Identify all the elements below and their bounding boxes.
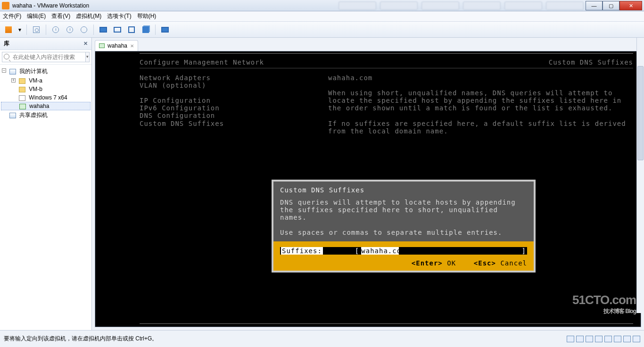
device-icon[interactable] [614, 336, 621, 342]
vm-running-icon [19, 104, 26, 109]
device-icon[interactable] [576, 336, 584, 342]
window-titlebar: wahaha - VMware Workstation — ▢ ✕ [0, 0, 644, 11]
tab-label: wahaha [107, 42, 127, 49]
menu-view[interactable]: 查看(V) [51, 12, 70, 20]
tree-item-win7[interactable]: Windows 7 x64 [1, 93, 91, 102]
vm-icon [19, 95, 25, 101]
device-icon[interactable] [567, 336, 574, 342]
tree-label: VM-b [29, 86, 42, 92]
device-icon[interactable] [595, 336, 603, 342]
tab-close-button[interactable]: ✕ [130, 43, 134, 49]
statusbar-device-icons [567, 336, 640, 342]
menu-edit[interactable]: 编辑(E) [27, 12, 46, 20]
esxi-menu-item: Network Adapters [140, 74, 309, 82]
search-icon [4, 54, 9, 59]
device-icon[interactable] [586, 336, 593, 342]
content-area: wahaha ✕ Configure Management Network Cu… [92, 38, 644, 330]
tab-wahaha[interactable]: wahaha ✕ [95, 40, 138, 51]
esxi-info-text: When using short, unqualified names, DNS… [328, 89, 633, 112]
monitor-icon [99, 27, 107, 33]
scrollbar-thumb[interactable] [637, 66, 644, 160]
search-dropdown[interactable]: ▾ [86, 52, 90, 62]
menu-help[interactable]: 帮助(H) [137, 12, 157, 20]
power-dropdown[interactable]: ▾ [17, 24, 23, 35]
thumbnail-icon [114, 27, 121, 33]
tree-item-vmb[interactable]: VM-b [1, 85, 91, 93]
computer-icon [9, 113, 16, 118]
pause-icon [5, 26, 12, 33]
device-icon[interactable] [623, 336, 631, 342]
gear-icon [81, 26, 87, 33]
search-input[interactable] [2, 52, 86, 62]
menu-vm[interactable]: 虚拟机(M) [76, 12, 101, 20]
menu-tabs[interactable]: 选项卡(T) [107, 12, 131, 20]
clock-icon [52, 26, 59, 33]
sidebar-title: 库 [4, 40, 9, 48]
esxi-menu-item: IPv6 Configuration [140, 104, 309, 112]
menu-file[interactable]: 文件(F) [3, 12, 21, 20]
sidebar-close-button[interactable]: ✕ [83, 41, 88, 47]
snapshot-manager-button[interactable] [78, 24, 90, 35]
dialog-title: Custom DNS Suffixes [280, 186, 527, 194]
background-tab [463, 1, 501, 10]
stretch-button[interactable] [126, 24, 137, 35]
esxi-menu-item: VLAN (optional) [140, 82, 309, 89]
vm-console[interactable]: Configure Management Network Custom DNS … [95, 51, 641, 327]
background-tab [421, 1, 459, 10]
multi-monitor-icon [142, 26, 149, 33]
power-button[interactable] [3, 24, 14, 35]
toolbar: ▾ [0, 22, 644, 38]
network-icon [33, 26, 40, 33]
close-button[interactable]: ✕ [619, 1, 642, 10]
background-tab [339, 1, 376, 10]
device-icon[interactable] [633, 336, 640, 342]
statusbar: 要将输入定向到该虚拟机，请在虚拟机内部单击或按 Ctrl+G。 [0, 330, 644, 347]
suffixes-field-row: Suffixes: [ ] [280, 247, 527, 255]
background-tab [546, 1, 584, 10]
clock-icon [66, 26, 73, 33]
tree-root-mycomputer[interactable]: − 我的计算机 [1, 66, 91, 76]
collapse-icon[interactable]: − [2, 68, 6, 73]
cancel-button[interactable]: Cancel [496, 259, 527, 267]
tree-item-wahaha[interactable]: wahaha [1, 102, 91, 110]
dialog-text: DNS queries will attempt to locate hosts… [280, 198, 527, 221]
thumbnail-button[interactable] [112, 24, 123, 35]
tree-label: Windows 7 x64 [29, 94, 67, 101]
library-tree: − 我的计算机 + VM-a VM-b Windows 7 x64 wahaha [0, 65, 91, 330]
expand-icon[interactable]: + [11, 78, 16, 83]
background-tab [380, 1, 418, 10]
show-console-button[interactable] [98, 24, 109, 35]
expand-icon [128, 26, 135, 33]
vm-running-icon [99, 43, 105, 48]
folder-icon [19, 78, 25, 84]
statusbar-hint: 要将输入定向到该虚拟机，请在虚拟机内部单击或按 Ctrl+G。 [4, 335, 157, 343]
device-icon[interactable] [604, 336, 612, 342]
revert-button[interactable] [64, 24, 75, 35]
background-tab [504, 1, 542, 10]
tree-root-shared[interactable]: 共享虚拟机 [1, 110, 91, 120]
tree-label: VM-a [29, 77, 42, 84]
tree-item-vma[interactable]: + VM-a [1, 76, 91, 85]
multiple-monitors-button[interactable] [140, 24, 151, 35]
esxi-info-domain: wahaha.com [328, 74, 633, 82]
esxi-menu-item: IP Configuration [140, 97, 309, 104]
suffixes-input[interactable] [361, 247, 399, 255]
vm-tabstrip: wahaha ✕ [92, 38, 644, 51]
ok-button[interactable]: OK [443, 259, 456, 267]
minimize-button[interactable]: — [586, 1, 603, 10]
tree-label: 共享虚拟机 [19, 112, 48, 118]
fullscreen-button[interactable] [159, 24, 171, 35]
library-sidebar: 库 ✕ ▾ − 我的计算机 + VM-a VM-b [0, 38, 92, 330]
cancel-hotkey: <Esc> [474, 259, 496, 267]
send-keys-button[interactable] [31, 24, 42, 35]
esxi-info-text: If no suffixes are specified here, a def… [328, 120, 633, 135]
vertical-scrollbar[interactable] [636, 38, 644, 313]
snapshot-button[interactable] [50, 24, 61, 35]
folder-icon [19, 87, 25, 92]
tree-label: wahaha [29, 103, 49, 109]
tree-label: 我的计算机 [19, 68, 48, 74]
dialog-text: Use spaces or commas to separate multipl… [280, 229, 527, 236]
esxi-menu-item: DNS Configuration [140, 112, 309, 119]
maximize-button[interactable]: ▢ [603, 1, 619, 10]
bracket-icon: ] [522, 247, 526, 255]
